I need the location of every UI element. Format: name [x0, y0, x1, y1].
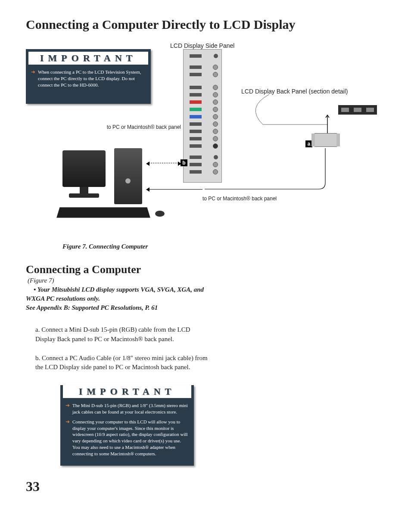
- section-title: Connecting a Computer: [26, 263, 385, 276]
- step-a: a. Connect a Mini D-sub 15-pin (RGB) cab…: [35, 325, 208, 344]
- important-text: When connecting a PC to the LCD Televisi…: [38, 69, 146, 88]
- resolution-note: • Your Mitsubishi LCD display supports V…: [26, 285, 207, 312]
- arrow-icon: ➜: [65, 402, 70, 415]
- marker-b: b: [181, 159, 187, 166]
- figure-reference: (Figure 7): [28, 277, 385, 284]
- curve-back-panel: [241, 94, 379, 150]
- important-box-top: IMPORTANT ➜ When connecting a PC to the …: [26, 49, 151, 104]
- figure-caption: Figure 7. Connecting Computer: [62, 243, 385, 250]
- page-number: 33: [26, 479, 385, 495]
- important-header-bottom: IMPORTANT: [63, 385, 191, 398]
- computer-graphic: [58, 150, 170, 219]
- label-back-panel: LCD Display Back Panel (section detail): [241, 88, 348, 95]
- important-bottom-text-2: Connecting your computer to this LCD wil…: [72, 419, 189, 457]
- arrow-lower: [149, 189, 202, 190]
- vga-connector-graphic: [314, 133, 337, 147]
- arrow-b: [149, 163, 179, 164]
- note-appendix: See Appendix B: Supported PC Resolutions…: [26, 304, 158, 311]
- note-bullet: • Your Mitsubishi LCD display supports V…: [26, 286, 204, 302]
- figure-7-diagram: IMPORTANT ➜ When connecting a PC to the …: [26, 40, 385, 230]
- instruction-steps: a. Connect a Mini D-sub 15-pin (RGB) cab…: [35, 325, 208, 372]
- page-title: Connecting a Computer Directly to LCD Di…: [26, 17, 385, 32]
- step-b: b. Connect a PC Audio Cable (or 1/8" ste…: [35, 354, 208, 373]
- label-to-pc-left: to PC or Macintosh® back panel: [103, 124, 181, 130]
- important-box-bottom: IMPORTANT ➜ The Mini D-sub 15-pin (RGB) …: [60, 385, 194, 466]
- label-side-panel: LCD Display Side Panel: [170, 42, 234, 49]
- important-header: IMPORTANT: [28, 52, 148, 65]
- arrow-icon: ➜: [65, 419, 70, 457]
- important-bottom-text-1: The Mini D-sub 15-pin (RGB) and 1/8" (3.…: [72, 402, 189, 415]
- cable-curve: [202, 146, 340, 198]
- arrow-icon: ➜: [31, 69, 35, 88]
